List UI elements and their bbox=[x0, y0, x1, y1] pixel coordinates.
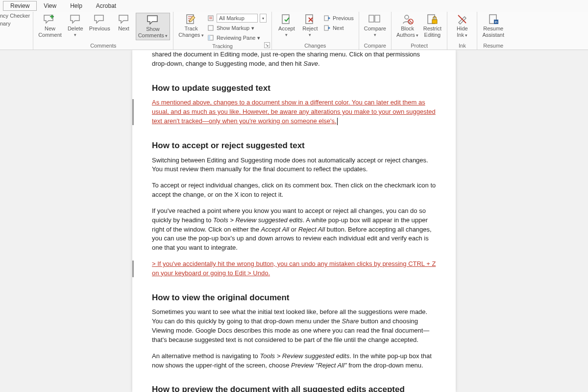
group-label-protect: Protect bbox=[394, 43, 444, 50]
label: Comment bbox=[38, 32, 62, 38]
label: Comments bbox=[138, 32, 164, 38]
group-label-ink: Ink bbox=[450, 43, 474, 50]
paragraph-tracked: > If you've accidentally hit the wrong b… bbox=[152, 260, 436, 278]
text-italic: Preview "Reject All" bbox=[291, 362, 347, 369]
label: Previous bbox=[89, 26, 110, 32]
combo-value: All Markup bbox=[219, 15, 245, 21]
show-comments-button[interactable]: Show Comments ▾ bbox=[136, 13, 171, 40]
svg-rect-14 bbox=[432, 20, 437, 24]
svg-rect-2 bbox=[208, 26, 213, 30]
paragraph: To accept or reject individual changes, … bbox=[152, 181, 436, 200]
tracked-text: > If you've accidentally hit the wrong b… bbox=[152, 260, 436, 277]
next-change-button[interactable]: Next bbox=[324, 24, 354, 32]
label: Block bbox=[401, 26, 414, 32]
group-label bbox=[0, 49, 30, 50]
show-markup-icon bbox=[208, 25, 215, 31]
compare-icon bbox=[368, 14, 382, 25]
accept-button[interactable]: Accept ▾ bbox=[275, 13, 298, 39]
svg-rect-10 bbox=[375, 15, 380, 22]
restrict-editing-button[interactable]: Restrict Editing bbox=[420, 13, 444, 39]
label: Reviewing Pane bbox=[217, 35, 256, 41]
hide-ink-icon bbox=[455, 14, 469, 25]
document-area[interactable]: shared the document in Editing mode, jus… bbox=[0, 50, 588, 392]
block-authors-button[interactable]: Block Authors ▾ bbox=[394, 13, 420, 39]
previous-comment-button[interactable]: Previous bbox=[87, 13, 112, 33]
ribbon-group-protect: Block Authors ▾ Restrict Editing Protect bbox=[392, 12, 447, 50]
label: Show bbox=[146, 26, 160, 32]
label: Editing bbox=[424, 32, 441, 38]
hide-ink-button[interactable]: Hide Ink ▾ bbox=[450, 13, 474, 39]
heading-update-suggested: How to update suggested text bbox=[152, 82, 436, 95]
display-for-review-combo[interactable]: All Markup bbox=[217, 14, 258, 23]
svg-rect-9 bbox=[369, 15, 374, 22]
chevron-down-icon: ▾ bbox=[464, 33, 468, 38]
ribbon-group-accessibility: ncy Checker nary bbox=[0, 12, 33, 50]
text-italic: Reject All bbox=[298, 226, 325, 233]
accept-icon bbox=[280, 14, 294, 25]
compare-button[interactable]: Compare ▾ bbox=[362, 13, 388, 39]
delete-comment-icon bbox=[69, 14, 82, 25]
text-italic: Share bbox=[342, 317, 359, 325]
tracking-dialog-launcher[interactable]: ↘ bbox=[264, 42, 270, 48]
next-comment-icon bbox=[117, 14, 131, 25]
label: Hide bbox=[457, 26, 468, 32]
chevron-down-icon: ▾ bbox=[285, 32, 288, 38]
chevron-down-icon: ▾ bbox=[374, 32, 376, 38]
speech-bubble-icon bbox=[146, 14, 160, 25]
label: Show Markup bbox=[217, 25, 249, 31]
label: Previous bbox=[333, 15, 354, 21]
markup-icon bbox=[208, 15, 215, 22]
reviewing-pane-button[interactable]: Reviewing Pane ▾ bbox=[208, 33, 267, 42]
paragraph: If you've reached a point where you know… bbox=[152, 207, 436, 253]
label: Authors bbox=[396, 32, 415, 38]
label: Resume bbox=[483, 26, 503, 32]
paragraph: Switching between Editing and Suggesting… bbox=[152, 156, 436, 175]
document-page[interactable]: shared the document in Editing mode, jus… bbox=[132, 50, 456, 392]
heading-accept-reject: How to accept or reject suggested text bbox=[152, 140, 436, 152]
group-label-compare: Compare bbox=[362, 43, 388, 50]
new-comment-button[interactable]: New Comment bbox=[36, 13, 64, 39]
thesaurus-partial[interactable]: nary bbox=[0, 21, 10, 26]
paragraph: An alternative method is navigating to T… bbox=[152, 352, 436, 370]
next-comment-button[interactable]: Next bbox=[112, 13, 136, 33]
delete-comment-button[interactable]: Delete ▾ bbox=[64, 13, 87, 39]
text-italic: Save bbox=[303, 60, 318, 67]
text-italic: Accept All bbox=[261, 226, 289, 233]
show-markup-button[interactable]: Show Markup ▾ bbox=[208, 24, 267, 32]
text: An alternative method is navigating to bbox=[152, 352, 260, 360]
group-label-comments: Comments bbox=[36, 43, 170, 50]
label: Changes bbox=[178, 32, 200, 38]
resume-assistant-button[interactable]: in Resume Assistant bbox=[480, 13, 506, 39]
previous-change-button[interactable]: Previous bbox=[324, 14, 354, 23]
menu-view[interactable]: View bbox=[37, 1, 63, 10]
next-change-icon bbox=[324, 25, 331, 31]
resume-assistant-icon: in bbox=[487, 14, 500, 25]
previous-change-icon bbox=[324, 15, 331, 22]
combo-dropdown[interactable]: ▾ bbox=[260, 14, 267, 23]
chevron-down-icon: ▾ bbox=[164, 33, 168, 38]
accessibility-checker-partial[interactable]: ncy Checker bbox=[0, 13, 30, 19]
text: shared the document in Editing mode, jus… bbox=[152, 51, 420, 67]
previous-comment-icon bbox=[93, 14, 106, 25]
paragraph: Sometimes you want to see what the initi… bbox=[152, 308, 436, 344]
text: or bbox=[289, 226, 298, 233]
reject-button[interactable]: Reject ▾ bbox=[298, 13, 322, 39]
label: Delete bbox=[68, 26, 83, 32]
text-italic: Tools > Review suggested edits bbox=[213, 216, 303, 224]
svg-rect-8 bbox=[324, 26, 328, 30]
tracked-text: As mentioned above, changes to a documen… bbox=[152, 99, 436, 125]
text-cursor bbox=[337, 118, 338, 125]
chevron-down-icon: ▾ bbox=[257, 35, 260, 41]
menu-acrobat[interactable]: Acrobat bbox=[89, 1, 123, 10]
track-changes-button[interactable]: Track Changes ▾ bbox=[176, 13, 206, 39]
label: Accept bbox=[278, 26, 295, 32]
label: New bbox=[45, 26, 55, 32]
label: Ink bbox=[457, 32, 464, 38]
menu-review[interactable]: Review bbox=[3, 1, 37, 11]
menu-help[interactable]: Help bbox=[63, 1, 89, 10]
ribbon: ncy Checker nary New Comment Delete ▾ bbox=[0, 12, 588, 50]
menu-bar: Review View Help Acrobat bbox=[0, 0, 588, 12]
text: . bbox=[318, 60, 320, 67]
svg-text:in: in bbox=[494, 20, 497, 24]
label: Next bbox=[118, 26, 129, 32]
